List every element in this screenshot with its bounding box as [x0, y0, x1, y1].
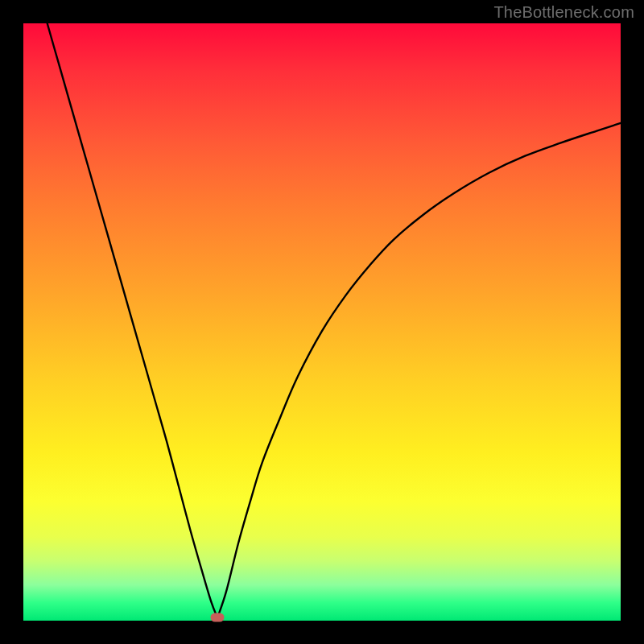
chart-frame: TheBottleneck.com — [0, 0, 644, 644]
chart-plot-area — [23, 23, 621, 621]
minimum-marker — [211, 613, 225, 622]
watermark-text: TheBottleneck.com — [493, 3, 634, 22]
bottleneck-curve — [23, 23, 621, 621]
